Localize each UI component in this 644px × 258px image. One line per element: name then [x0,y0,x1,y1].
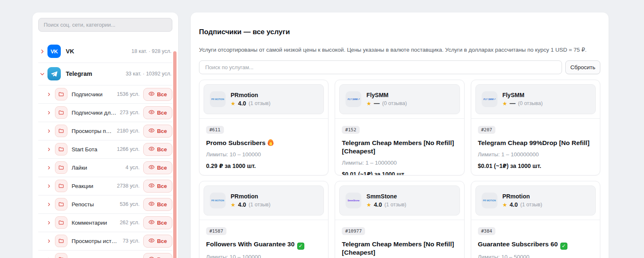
service-card[interactable]: FLY SMM↗ FlySMM ★ — (0 отзыва) #152 Tele… [335,80,464,175]
network-stats: 33 кат. · 10392 усл. [126,71,172,77]
check-icon [560,243,567,250]
network-name: Telegram [66,70,92,77]
sidebar-search-input[interactable] [38,18,172,32]
folder-icon [55,88,67,100]
service-title: Guarantee Subscribers 60 [478,240,593,250]
provider-rating: ★ 4.0 (1 отзыв) [231,201,271,208]
star-icon: ★ [502,101,507,106]
card-body: #10977 Telegram Cheap Members [No Refill… [335,220,464,258]
service-title: Telegram Cheap Members [No Refill] [Chea… [342,139,457,155]
view-all-button[interactable]: Все [143,235,172,248]
service-id-badge: #384 [478,227,496,235]
service-card[interactable]: FLY SMM↗ FlySMM ★ — (0 отзыва) #207 Tele… [471,80,600,175]
service-card[interactable]: PR MOTION PRmotion ★ 4.0 (1 отзыв) #1587… [199,181,328,258]
check-icon [297,243,304,250]
category-label: Start Бота [72,146,97,153]
service-limits: Лимиты: 10 – 50000 [478,254,593,258]
sidebar-category-partial[interactable]: Все [32,250,178,258]
service-title: Telegram Cheap Members [No Refill] [Chea… [342,240,457,257]
card-body: #611 Promo Subscribers Лимиты: 10 – 1000… [199,119,328,175]
card-body: #152 Telegram Cheap Members [No Refill] … [335,119,464,175]
chevron-right-icon [45,92,52,97]
chevron-down-icon [38,71,46,77]
service-limits: Лимиты: 10 – 100000 [206,151,321,158]
category-count: 273 усл. [117,110,139,115]
provider-logo: PR MOTION [210,193,226,208]
rating-value: — [510,100,515,107]
chevron-right-icon [45,202,52,207]
category-count: 73 усл. [119,238,140,244]
service-card[interactable]: SmmStone SmmStone ★ 4.0 (1 отзыв) #10977… [335,181,464,258]
star-icon: ★ [231,202,236,208]
category-label: Комментарии [72,220,107,226]
provider-name: PRmotion [231,92,271,98]
view-all-button[interactable]: Все [143,216,172,229]
sidebar-category-podpischiki-dlya[interactable]: Подписчики для ... 273 усл. Все [32,103,178,122]
sidebar-category-podpischiki[interactable]: Подписчики 1536 усл. Все [32,85,178,103]
eye-icon [149,128,154,135]
chevron-right-icon [45,220,52,225]
provider-rating: ★ 4.0 (1 отзыв) [231,100,271,107]
reset-button[interactable]: Сбросить [565,60,600,74]
service-price: 0.29 ₽ за 1000 шт. [206,163,321,169]
view-all-button[interactable]: Все [143,143,172,156]
eye-icon [149,238,154,245]
view-all-button[interactable]: Все [143,180,172,193]
rating-value: — [374,100,380,107]
chevron-right-icon [38,49,46,54]
service-limits: Лимиты: 1 – 1000000 [342,160,457,166]
star-icon: ★ [231,101,236,106]
telegram-icon [47,67,61,80]
service-id-badge: #1587 [206,227,226,235]
category-count: 536 усл. [117,201,139,207]
service-id-badge: #611 [206,126,224,134]
view-all-button[interactable]: Все [143,106,172,119]
sidebar-category-reakcii[interactable]: Реакции 2738 усл. Все [32,177,178,195]
services-grid: PR MOTION PRmotion ★ 4.0 (1 отзыв) #611 … [199,80,600,258]
sidebar-network-telegram[interactable]: Telegram 33 кат. · 10392 усл. [32,63,178,85]
card-body: #1587 Followers With Guarantee 30 Лимиты… [199,220,328,258]
page-subtitle: Услуги отсортированы от самой низкой цен… [199,46,600,53]
reviews-count: (1 отзыв) [384,202,406,208]
chevron-right-icon [45,239,52,243]
eye-icon [149,164,154,171]
reviews-count: (1 отзыв) [520,202,542,208]
view-all-button[interactable]: Все [143,198,172,211]
sidebar-network-vk[interactable]: VK VK 18 кат. · 928 усл. [32,40,178,63]
service-id-badge: #152 [342,126,360,134]
provider-logo: PR MOTION [210,91,226,107]
view-all-button[interactable]: Все [143,253,172,258]
sidebar-category-start-bota[interactable]: Start Бота 1266 усл. Все [32,140,178,158]
sidebar-category-reposty[interactable]: Репосты 536 усл. Все [32,195,178,213]
sidebar-category-prosmotry-istorii[interactable]: Просмотры истор... 73 усл. Все [32,232,178,250]
service-title: Telegram Cheap 99%Drop [No Refill] [478,139,593,147]
sidebar-category-kommentarii[interactable]: Комментарии 262 усл. Все [32,213,178,232]
sidebar-category-prosmotry-postov[interactable]: Просмотры пос... 2180 усл. Все [32,122,178,140]
reviews-count: (1 отзыв) [249,100,271,106]
service-card[interactable]: PR MOTION PRmotion ★ 4.0 (1 отзыв) #384 … [471,181,600,258]
eye-icon [149,201,154,208]
provider-name: PRmotion [502,193,542,200]
service-price: $0.01 (~1₽) за 1000 шт. [342,171,457,175]
provider-name: PRmotion [231,193,271,200]
view-all-button[interactable]: Все [143,125,172,138]
folder-icon [55,180,67,192]
provider-box: SmmStone SmmStone ★ 4.0 (1 отзыв) [339,185,460,215]
service-card[interactable]: PR MOTION PRmotion ★ 4.0 (1 отзыв) #611 … [199,80,328,175]
folder-icon [55,235,67,247]
category-count: 1536 усл. [114,91,139,97]
vk-icon: VK [47,45,61,58]
rating-value: 4.0 [374,201,382,208]
category-count: 2738 усл. [114,183,139,189]
services-search-input[interactable] [199,60,562,74]
category-count: 262 усл. [117,220,139,225]
view-all-button[interactable]: Все [143,88,172,101]
folder-icon [55,106,67,119]
view-all-button[interactable]: Все [143,161,172,174]
eye-icon [149,256,154,258]
chevron-right-icon [45,165,52,170]
sidebar-scrollbar[interactable] [173,51,177,258]
rating-value: 4.0 [238,201,246,208]
sidebar-category-laiki[interactable]: Лайки 4 усл. Все [32,158,178,177]
fire-icon [268,139,274,146]
